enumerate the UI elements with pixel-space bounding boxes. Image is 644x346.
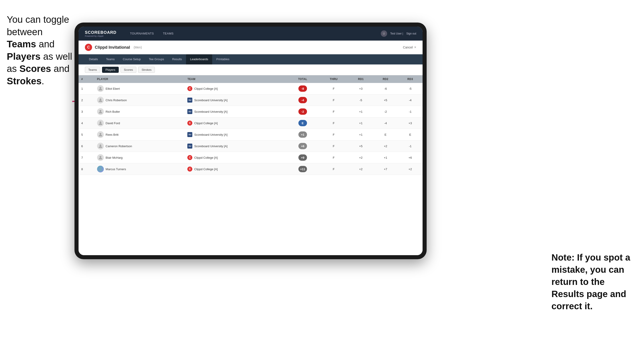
sub-nav: Details Teams Course Setup Tee Groups Re… (78, 54, 422, 64)
tab-tee-groups[interactable]: Tee Groups (145, 54, 168, 64)
col-rd2: RD2 (373, 75, 398, 83)
cell-team: SUScoreboard University [A] (185, 94, 286, 106)
cell-rank: 1 (78, 83, 94, 94)
tab-printables[interactable]: Printables (212, 54, 234, 64)
tab-results[interactable]: Results (168, 54, 186, 64)
nav-teams[interactable]: TEAMS (158, 27, 178, 41)
cell-thru: F (319, 129, 348, 141)
cell-rd1: +2 (348, 152, 373, 164)
team-logo: SU (187, 132, 192, 137)
tab-course-setup[interactable]: Course Setup (119, 54, 145, 64)
cell-rd2: +5 (373, 94, 398, 106)
player-name: Elliot Ebert (106, 87, 120, 90)
player-name: David Ford (106, 122, 120, 125)
col-total: TOTAL (286, 75, 319, 83)
svg-point-4 (100, 122, 101, 123)
col-rd3: RD3 (398, 75, 422, 83)
player-name: Chris Robertson (106, 99, 127, 102)
note-label: Note: If you spot a mistake, you can ret… (552, 252, 630, 311)
score-badge: +1 (298, 131, 307, 138)
cell-rd3: +6 (398, 152, 422, 164)
cell-rank: 5 (78, 129, 94, 141)
cell-rd3: +3 (398, 117, 422, 129)
player-avatar (97, 166, 104, 173)
cell-rd1: +1 (348, 106, 373, 117)
team-logo: SU (187, 144, 192, 149)
table-row: 6 Cameron RobertsonSUScoreboard Universi… (78, 141, 422, 152)
cancel-label: Cancel (403, 45, 413, 49)
cell-player: David Ford (94, 117, 185, 129)
cell-rank: 8 (78, 164, 94, 175)
team-name: Clippd College [A] (194, 168, 218, 171)
col-player: PLAYER (94, 75, 185, 83)
score-badge: -4 (298, 97, 307, 103)
team-name: Scoreboard University [A] (194, 99, 227, 102)
team-name: Clippd College [A] (194, 156, 218, 159)
cell-rank: 7 (78, 152, 94, 164)
svg-point-5 (100, 133, 101, 135)
score-badge: +11 (298, 166, 307, 172)
cell-team: CClippd College [A] (185, 152, 286, 164)
tab-leaderboards[interactable]: Leaderboards (186, 54, 212, 64)
tournament-gender: (Men) (134, 45, 142, 49)
sign-out-button[interactable]: Sign out (406, 32, 416, 35)
cell-total: -8 (286, 83, 319, 94)
svg-point-6 (100, 145, 101, 146)
player-name: Rich Butler (106, 110, 120, 113)
player-name: Rees Britt (106, 133, 118, 136)
team-logo: C (187, 167, 192, 172)
toggle-strokes[interactable]: Strokes (138, 67, 155, 73)
cell-rd3: E (398, 129, 422, 141)
cell-rd2: E (373, 129, 398, 141)
cell-rd3: -4 (398, 94, 422, 106)
cell-total: -4 (286, 94, 319, 106)
score-badge: E (298, 120, 307, 126)
cell-team: CClippd College [A] (185, 83, 286, 94)
leaderboard-table: # PLAYER TEAM TOTAL THRU RD1 RD2 RD3 1 E… (78, 75, 422, 175)
cell-rd1: -5 (348, 94, 373, 106)
cell-rd1: +1 (348, 129, 373, 141)
toggle-players[interactable]: Players (102, 67, 118, 73)
player-avatar (97, 154, 104, 161)
cell-rd3: +2 (398, 164, 422, 175)
tournament-name: Clippd Invitational (95, 45, 130, 50)
user-avatar: U (381, 30, 387, 37)
cell-player: Blair McHarg (94, 152, 185, 164)
cell-rd2: +7 (373, 164, 398, 175)
cell-rd2: -2 (373, 106, 398, 117)
player-name: Blair McHarg (106, 156, 122, 159)
tab-details[interactable]: Details (85, 54, 102, 64)
team-name: Clippd College [A] (194, 122, 218, 125)
tournament-title-area: C Clippd Invitational (Men) (85, 44, 142, 51)
cancel-button[interactable]: Cancel × (403, 45, 416, 49)
cell-thru: F (319, 83, 348, 94)
player-avatar (97, 143, 104, 150)
cell-rd1: +1 (348, 117, 373, 129)
team-name: Scoreboard University [A] (194, 133, 227, 136)
player-avatar (97, 120, 104, 127)
cell-total: -2 (286, 106, 319, 117)
team-logo: SU (187, 109, 192, 114)
tab-teams[interactable]: Teams (102, 54, 119, 64)
cell-player: Rich Butler (94, 106, 185, 117)
logo-title: SCOREBOARD (85, 30, 116, 35)
right-annotation: Note: If you spot a mistake, you can ret… (552, 251, 637, 312)
cell-thru: F (319, 117, 348, 129)
table-row: 8Marcus TurnersCClippd College [A]+11F+2… (78, 164, 422, 175)
tablet-frame: SCOREBOARD Powered by clippd TOURNAMENTS… (74, 22, 426, 259)
nav-tournaments[interactable]: TOURNAMENTS (126, 27, 158, 41)
cell-thru: F (319, 106, 348, 117)
player-name: Marcus Turners (106, 168, 126, 171)
score-badge: -2 (298, 108, 307, 115)
svg-point-1 (100, 87, 101, 89)
toggle-teams[interactable]: Teams (85, 67, 100, 73)
team-name: Clippd College [A] (194, 87, 218, 90)
nav-links: TOURNAMENTS TEAMS (126, 27, 381, 41)
toggle-scores[interactable]: Scores (120, 67, 136, 73)
cell-total: +11 (286, 164, 319, 175)
table-row: 1 Elliot EbertCClippd College [A]-8F+3-6… (78, 83, 422, 94)
cell-rank: 3 (78, 106, 94, 117)
svg-point-7 (100, 156, 101, 158)
cell-team: CClippd College [A] (185, 117, 286, 129)
nav-right: U Test User | Sign out (381, 30, 416, 37)
